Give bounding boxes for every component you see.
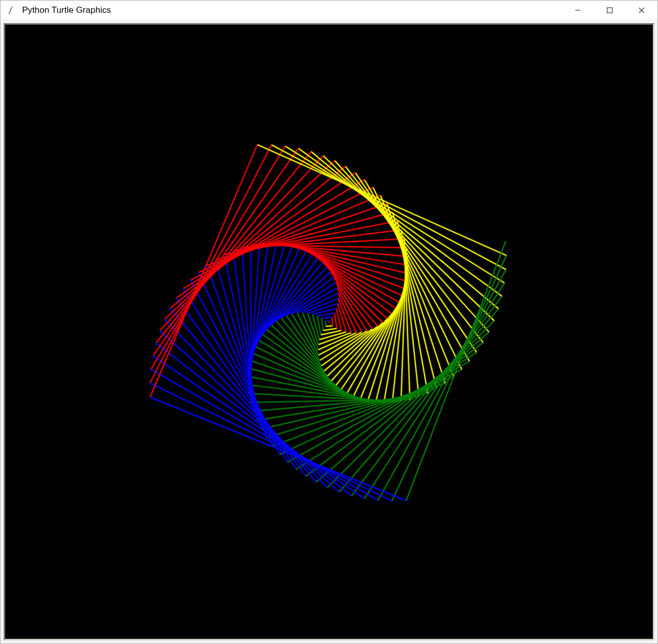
application-window: Python Turtle Graphics <box>0 0 658 644</box>
content-frame <box>1 20 657 643</box>
titlebar[interactable]: Python Turtle Graphics <box>1 1 657 20</box>
window-controls <box>562 1 657 20</box>
maximize-button[interactable] <box>594 1 626 20</box>
turtle-canvas <box>5 25 653 639</box>
window-title: Python Turtle Graphics <box>22 5 562 15</box>
svg-rect-4 <box>607 8 612 13</box>
turtle-canvas-container <box>4 23 654 640</box>
python-feather-icon <box>6 5 16 15</box>
close-button[interactable] <box>626 1 657 20</box>
minimize-button[interactable] <box>562 1 594 20</box>
